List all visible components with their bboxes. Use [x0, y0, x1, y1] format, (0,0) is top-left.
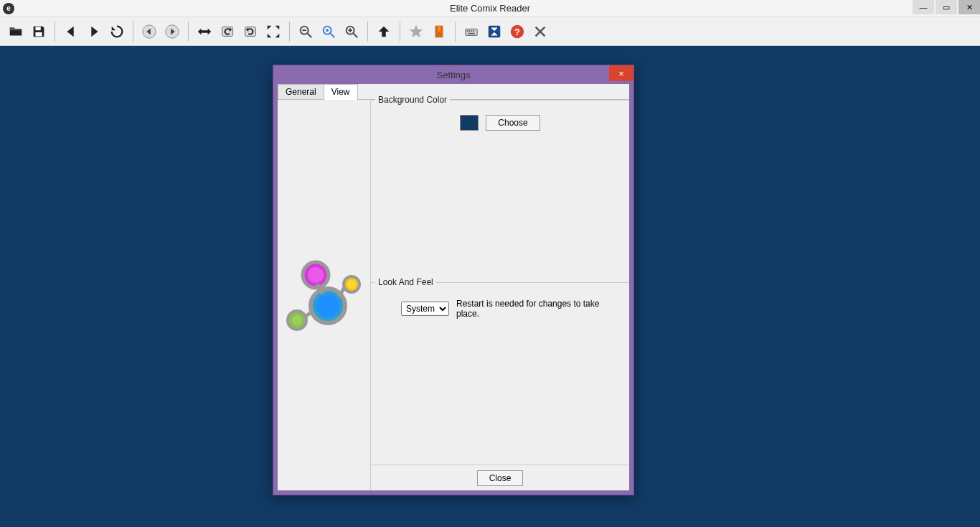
svg-rect-17: [466, 29, 478, 35]
prev-page-icon[interactable]: [61, 22, 81, 42]
first-page-icon[interactable]: [139, 22, 159, 42]
svg-rect-22: [468, 32, 474, 34]
exit-icon[interactable]: [530, 22, 550, 42]
app-title: Elite Comix Reader: [450, 3, 530, 14]
svg-line-10: [331, 33, 335, 37]
zoom-in-icon[interactable]: [341, 22, 362, 42]
svg-line-13: [354, 33, 358, 37]
close-window-button[interactable]: ✕: [958, 0, 980, 14]
svg-text:?: ?: [514, 26, 520, 37]
settings-dialog: Settings × General View: [273, 65, 634, 495]
tab-content-view: Background Color Choose Look And Feel Sy…: [278, 100, 629, 490]
help-icon[interactable]: ?: [507, 22, 527, 42]
dialog-body: General View: [278, 84, 629, 490]
svg-point-29: [308, 267, 324, 283]
look-legend: Look And Feel: [375, 277, 436, 287]
zoom-out-icon[interactable]: [296, 22, 316, 42]
next-page-icon[interactable]: [84, 22, 104, 42]
svg-rect-18: [467, 30, 468, 32]
window-titlebar: e Elite Comix Reader — ▭ ✕: [0, 0, 980, 17]
dialog-tabs: General View: [278, 84, 629, 100]
svg-point-33: [292, 315, 302, 325]
rotate-left-icon[interactable]: [217, 22, 237, 42]
settings-illustration: [278, 100, 371, 490]
keyboard-icon[interactable]: [461, 22, 481, 42]
tab-general[interactable]: General: [278, 84, 324, 99]
dialog-title-text: Settings: [437, 70, 471, 80]
open-icon[interactable]: [6, 22, 26, 42]
favorite-icon[interactable]: [406, 22, 426, 42]
settings-right-panel: Background Color Choose Look And Feel Sy…: [371, 100, 629, 490]
svg-rect-23: [489, 25, 501, 37]
bg-color-legend: Background Color: [375, 95, 450, 105]
svg-point-11: [326, 29, 329, 32]
svg-rect-1: [35, 32, 42, 35]
svg-point-31: [347, 280, 356, 289]
minimize-button[interactable]: —: [913, 0, 934, 14]
svg-rect-19: [468, 30, 470, 32]
svg-rect-0: [35, 27, 40, 30]
bg-color-swatch: [460, 115, 479, 131]
fit-width-icon[interactable]: [194, 22, 215, 42]
bookmark-icon[interactable]: [429, 22, 449, 42]
window-controls: — ▭ ✕: [911, 0, 980, 17]
reload-icon[interactable]: [107, 22, 127, 42]
look-and-feel-group: Look And Feel System Restart is needed f…: [371, 282, 629, 465]
fullscreen-icon[interactable]: [263, 22, 283, 42]
dialog-close-button[interactable]: ×: [609, 65, 633, 81]
choose-color-button[interactable]: Choose: [486, 115, 540, 131]
background-color-group: Background Color Choose: [371, 100, 629, 282]
svg-rect-21: [473, 30, 474, 32]
settings-icon[interactable]: [484, 22, 504, 42]
restart-hint: Restart is needed for changes to take pl…: [456, 299, 621, 319]
last-page-icon[interactable]: [162, 22, 182, 42]
close-button[interactable]: Close: [477, 470, 524, 486]
svg-line-7: [308, 33, 312, 37]
main-toolbar: ?: [0, 17, 980, 46]
rotate-right-icon[interactable]: [240, 22, 260, 42]
dialog-titlebar: Settings ×: [273, 65, 633, 84]
up-icon[interactable]: [374, 22, 394, 42]
save-icon[interactable]: [29, 22, 49, 42]
svg-rect-20: [471, 30, 472, 32]
dialog-footer: Close: [371, 465, 629, 490]
tab-view[interactable]: View: [324, 84, 358, 99]
zoom-reset-icon[interactable]: [319, 22, 339, 42]
app-icon: e: [3, 3, 14, 14]
look-and-feel-select[interactable]: System: [401, 302, 449, 316]
svg-point-27: [316, 294, 339, 317]
maximize-button[interactable]: ▭: [936, 0, 957, 14]
